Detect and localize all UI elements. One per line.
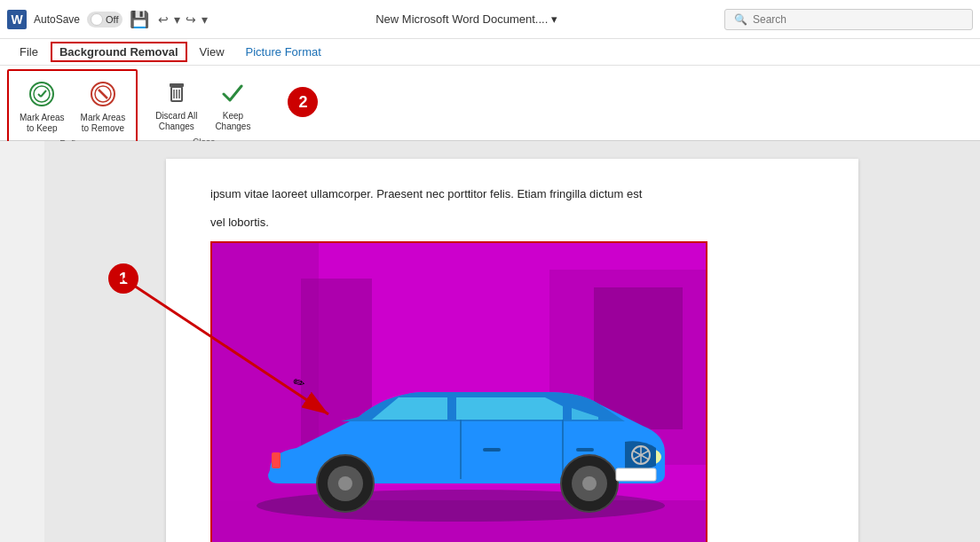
menu-view[interactable]: View bbox=[191, 42, 233, 62]
discard-changes-button[interactable]: Discard AllChanges bbox=[148, 73, 204, 136]
svg-point-32 bbox=[582, 476, 597, 491]
mark-keep-icon bbox=[26, 78, 58, 110]
svg-line-6 bbox=[99, 90, 107, 98]
doc-title: New Microsoft Word Document.... ▾ bbox=[217, 12, 717, 26]
more-button[interactable]: ▾ bbox=[200, 11, 209, 28]
undo-redo-group: ↩ ▾ ↪ ▾ bbox=[156, 11, 209, 28]
toggle-state-label: Off bbox=[106, 14, 118, 25]
mark-keep-label: Mark Areasto Keep bbox=[20, 113, 65, 134]
redo-button[interactable]: ↪ bbox=[184, 11, 198, 28]
keep-changes-button[interactable]: KeepChanges bbox=[206, 73, 259, 136]
discard-label: Discard AllChanges bbox=[155, 111, 197, 132]
menu-file[interactable]: File bbox=[11, 42, 47, 62]
save-button[interactable]: 💾 bbox=[130, 10, 149, 29]
doc-text-2: vel lobortis. bbox=[210, 214, 814, 232]
step2-badge: 2 bbox=[288, 78, 318, 117]
step2-circle: 2 bbox=[288, 87, 318, 117]
doc-page: ipsum vitae laoreet ullamcorper. Praesen… bbox=[166, 159, 858, 542]
search-input[interactable] bbox=[753, 13, 963, 26]
titlebar: W AutoSave Off 💾 ↩ ▾ ↪ ▾ New Microsoft W… bbox=[0, 0, 980, 39]
autosave-toggle[interactable]: Off bbox=[87, 12, 122, 27]
discard-icon bbox=[161, 76, 193, 108]
doc-area: ipsum vitae laoreet ullamcorper. Praesen… bbox=[0, 141, 980, 542]
undo-button[interactable]: ↩ bbox=[156, 11, 170, 28]
ribbon-group-close: Discard AllChanges KeepChanges Close bbox=[141, 69, 266, 151]
svg-point-1 bbox=[34, 86, 50, 102]
mark-remove-label: Mark Areasto Remove bbox=[81, 113, 126, 134]
search-icon: 🔍 bbox=[734, 13, 747, 26]
doc-content: ipsum vitae laoreet ullamcorper. Praesen… bbox=[44, 141, 980, 542]
undo-dropdown[interactable]: ▾ bbox=[172, 11, 182, 28]
menu-picture-format[interactable]: Picture Format bbox=[237, 42, 330, 62]
svg-rect-36 bbox=[616, 468, 656, 481]
menubar: File Background Removal View Picture For… bbox=[0, 39, 980, 66]
autosave-label: AutoSave bbox=[34, 13, 80, 26]
car-svg bbox=[243, 328, 678, 541]
doc-text-1: ipsum vitae laoreet ullamcorper. Praesen… bbox=[210, 185, 814, 203]
step1-badge: 1 bbox=[108, 263, 138, 294]
keep-changes-icon bbox=[217, 76, 249, 108]
toggle-knob bbox=[91, 13, 103, 26]
svg-rect-25 bbox=[272, 452, 281, 468]
search-box[interactable]: 🔍 bbox=[724, 9, 973, 30]
doc-image[interactable]: ✏ bbox=[210, 241, 707, 542]
menu-background-removal[interactable]: Background Removal bbox=[51, 42, 187, 62]
doc-sidebar bbox=[0, 141, 44, 542]
keep-changes-label: KeepChanges bbox=[215, 111, 250, 132]
svg-point-35 bbox=[338, 476, 352, 491]
mark-areas-keep-button[interactable]: Mark Areasto Keep bbox=[12, 75, 72, 137]
svg-line-3 bbox=[41, 90, 46, 97]
car-background: ✏ bbox=[212, 243, 706, 542]
mark-remove-icon bbox=[87, 78, 119, 110]
ribbon: Mark Areasto Keep Mark Areasto Remove Re… bbox=[0, 66, 980, 141]
word-logo: W bbox=[7, 10, 27, 29]
mark-areas-remove-button[interactable]: Mark Areasto Remove bbox=[74, 75, 133, 137]
svg-rect-22 bbox=[576, 448, 594, 452]
svg-rect-21 bbox=[483, 448, 501, 452]
step1-circle: 1 bbox=[108, 263, 138, 294]
